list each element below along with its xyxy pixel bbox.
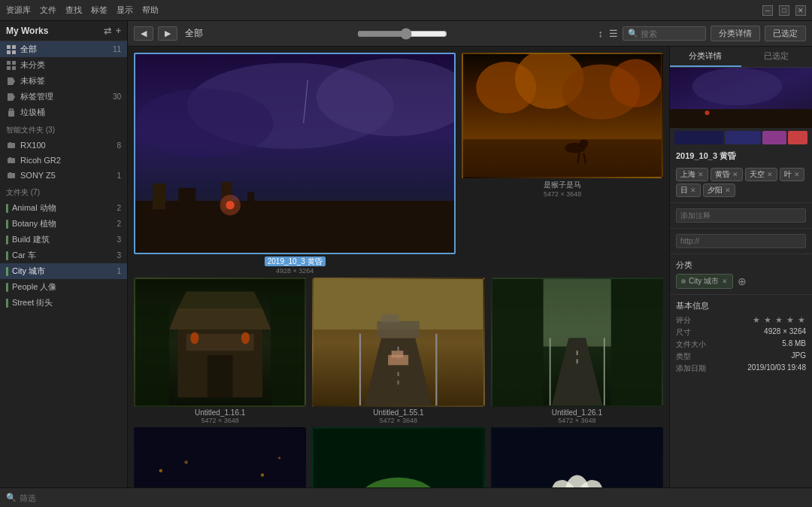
- sidebar-item-all[interactable]: 全部 11: [0, 41, 127, 57]
- sidebar-label-botany: Botany 植物: [12, 218, 117, 229]
- divider-2: [670, 228, 812, 229]
- bottom-search-input[interactable]: [20, 493, 80, 502]
- comment-input[interactable]: [676, 208, 806, 223]
- sidebar-label-animal: Animal 动物: [12, 202, 117, 214]
- photo-item-p7[interactable]: [312, 427, 484, 487]
- url-input[interactable]: [676, 234, 806, 248]
- photo-item-p8[interactable]: [491, 427, 663, 487]
- tag-dusk-remove[interactable]: ✕: [732, 171, 738, 178]
- sidebar-item-animal[interactable]: Animal 动物 2: [0, 200, 127, 216]
- info-row-date: 添加日期 2019/10/03 19:48: [676, 363, 806, 375]
- svg-rect-22: [9, 172, 11, 174]
- tab-selected[interactable]: 已选定: [741, 47, 813, 67]
- svg-rect-0: [7, 45, 11, 49]
- sidebar-item-people[interactable]: People 人像: [0, 279, 127, 295]
- tag-shanghai-remove[interactable]: ✕: [698, 171, 704, 178]
- bottom-bar: 🔍: [0, 487, 812, 507]
- sidebar-label-city: City 城市: [12, 266, 117, 277]
- photo-thumb-p2[interactable]: [462, 53, 663, 178]
- sidebar-item-tag-mgmt[interactable]: 标签管理 30: [0, 89, 127, 105]
- sidebar-item-rx100[interactable]: RX100 8: [0, 138, 127, 153]
- photo-thumb-p5[interactable]: [491, 278, 663, 407]
- svg-rect-29: [178, 188, 195, 210]
- photo-thumb-p8[interactable]: [491, 427, 663, 487]
- filter-icon[interactable]: ☰: [609, 28, 618, 39]
- sidebar-item-unclassified[interactable]: 未分类: [0, 57, 127, 73]
- photo-item-p4[interactable]: Untitled_1.55.1 5472 × 3648: [312, 278, 484, 424]
- bottom-search: 🔍: [6, 493, 80, 502]
- sidebar-item-trash[interactable]: 垃圾桶: [0, 105, 127, 120]
- svg-point-83: [184, 460, 188, 464]
- classify-detail-button[interactable]: 分类详情: [710, 26, 760, 41]
- nav-prev-button[interactable]: ◀: [134, 26, 153, 41]
- tab-classify-detail[interactable]: 分类详情: [670, 47, 741, 67]
- tag-shanghai: 上海 ✕: [676, 168, 708, 181]
- photo-size-p2: 5472 × 3648: [462, 190, 663, 198]
- sidebar-item-untagged[interactable]: 未标签: [0, 73, 127, 89]
- minimize-button[interactable]: ─: [762, 5, 773, 16]
- sidebar-item-city[interactable]: City 城市 1: [0, 263, 127, 279]
- selected-button[interactable]: 已选定: [765, 26, 806, 41]
- svg-point-25: [135, 89, 273, 158]
- nav-next-button[interactable]: ▶: [158, 26, 177, 41]
- photo-thumb-p3[interactable]: [134, 278, 306, 407]
- menu-help[interactable]: 帮助: [142, 5, 159, 16]
- sidebar-label-car: Car 车: [12, 250, 117, 261]
- sidebar-item-botany[interactable]: Botany 植物 2: [0, 216, 127, 232]
- svg-rect-46: [135, 304, 169, 405]
- sort-icon[interactable]: ↕: [598, 28, 604, 39]
- photo-thumb-p7[interactable]: [312, 427, 484, 487]
- search-icon: 🔍: [628, 29, 638, 38]
- right-panel: 分类详情 已选定: [669, 47, 812, 487]
- sidebar-item-street[interactable]: Street 街头: [0, 295, 127, 311]
- photo-item-p2[interactable]: 是猴子是马 5472 × 3648: [462, 53, 663, 275]
- menu-file[interactable]: 文件: [40, 5, 56, 16]
- sidebar-item-car[interactable]: Car 车 3: [0, 247, 127, 263]
- search-input[interactable]: [641, 29, 701, 38]
- menu-tags[interactable]: 标签: [91, 5, 108, 16]
- photo-item-p6[interactable]: [134, 427, 306, 487]
- close-button[interactable]: ✕: [795, 5, 806, 16]
- folder-color-car: [6, 251, 8, 260]
- sidebar-item-build[interactable]: Build 建筑 3: [0, 232, 127, 247]
- tag-sunset-remove[interactable]: ✕: [725, 187, 731, 194]
- toolbar-right-buttons: 分类详情 已选定: [710, 26, 806, 41]
- photo-item-p1[interactable]: 2019_10_3 黄昏 4928 × 3264: [134, 53, 456, 275]
- svg-rect-68: [611, 279, 662, 405]
- tag-leaf-remove[interactable]: ✕: [794, 171, 800, 178]
- maximize-button[interactable]: □: [779, 5, 789, 16]
- svg-point-33: [220, 195, 241, 216]
- photo-thumb-p1[interactable]: [134, 53, 456, 254]
- color-swatch-1: [674, 131, 723, 144]
- sidebar-count-build: 3: [117, 235, 121, 244]
- menu-find[interactable]: 查找: [65, 5, 82, 16]
- tag-sun-remove[interactable]: ✕: [690, 187, 696, 194]
- filename-label: 2019_10_3 黄昏: [676, 151, 736, 160]
- zoom-slider[interactable]: [357, 28, 447, 40]
- menu-view[interactable]: 显示: [117, 5, 133, 16]
- classify-dot: [681, 279, 686, 284]
- toolbar: ◀ ▶ 全部 ↕ ☰ 🔍 分类详情 已选定: [128, 21, 812, 47]
- info-key-size: 尺寸: [676, 327, 691, 338]
- photo-thumb-p6[interactable]: [134, 427, 306, 487]
- menu-bar[interactable]: 资源库 文件 查找 标签 显示 帮助: [6, 5, 159, 16]
- add-icon[interactable]: +: [116, 26, 121, 36]
- tag-sky-remove[interactable]: ✕: [767, 171, 773, 178]
- photo-thumb-p4[interactable]: [312, 278, 484, 407]
- photo-name-p1: 2019_10_3 黄昏: [134, 256, 456, 267]
- photo-item-p3[interactable]: Untitled_1.16.1 5472 × 3648: [134, 278, 306, 424]
- classify-add-icon[interactable]: ⊕: [738, 275, 747, 287]
- sidebar-label-unclassified: 未分类: [20, 59, 121, 71]
- sidebar-item-sony[interactable]: SONY Z5 1: [0, 168, 127, 183]
- sidebar-count-rx100: 8: [117, 141, 121, 150]
- classify-remove[interactable]: ✕: [722, 278, 728, 285]
- svg-point-84: [261, 473, 265, 477]
- menu-library[interactable]: 资源库: [6, 5, 31, 16]
- main-container: My Works ⇄ + 全部 11 未分类 未标签: [0, 21, 812, 487]
- svg-rect-60: [377, 320, 420, 338]
- sidebar-item-ricoh[interactable]: Ricoh GR2: [0, 153, 127, 168]
- svg-rect-44: [463, 139, 662, 177]
- sync-icon[interactable]: ⇄: [104, 26, 111, 36]
- photo-item-p5[interactable]: Untitled_1.26.1 5472 × 3648: [491, 278, 663, 424]
- window-controls[interactable]: ─ □ ✕: [762, 5, 806, 16]
